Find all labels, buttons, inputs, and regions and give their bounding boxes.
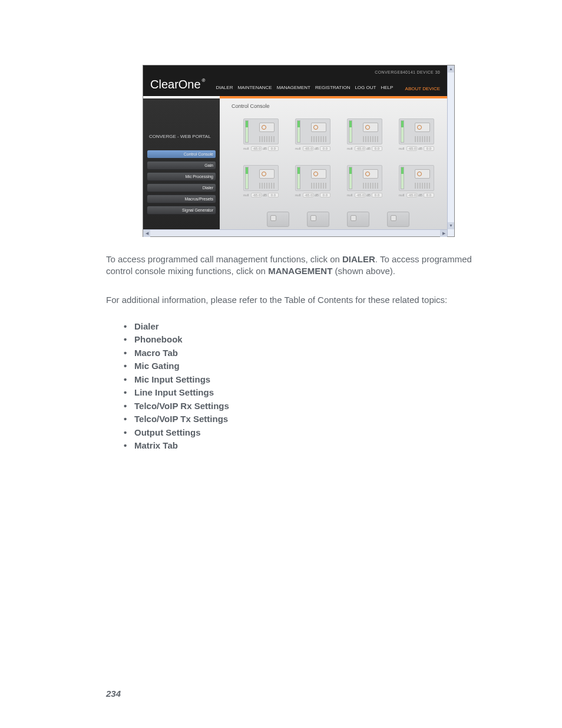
sidebar-item-macros-presets[interactable]: Macros/Presets [147,195,216,203]
level-meter-icon [297,120,300,143]
paragraph: To access programmed call management fun… [106,253,491,278]
vertical-scrollbar[interactable]: ▲ ▼ [447,65,454,236]
scroll-right-icon[interactable]: ▶ [440,230,447,237]
dialer-keyword: DIALER [342,254,375,264]
gain-slider[interactable] [415,183,430,189]
aux-button[interactable] [387,212,409,227]
aux-row [267,212,438,227]
nav-registration[interactable]: REGISTRATION [315,85,350,90]
paragraph: For additional information, please refer… [106,294,491,306]
gain-slider[interactable] [363,136,378,142]
list-item: Macro Tab [124,347,491,360]
sidebar-item-mic-processing[interactable]: Mic Processing [147,172,216,181]
list-item: Output Settings [124,426,491,440]
level-meter-icon [349,167,352,189]
list-item: Mic Gating [124,360,491,373]
aux-button[interactable] [267,212,289,227]
gain-slider[interactable] [259,136,275,142]
mute-button[interactable] [363,123,378,132]
sidebar-item-signal-generator[interactable]: Signal Generator [147,206,216,215]
level-meter-icon [401,120,404,143]
mute-button[interactable] [415,169,430,179]
aux-button[interactable] [347,212,369,227]
gain-slider[interactable] [311,183,326,189]
device-id-label: CONVERGE840141 DEVICE 30 [150,70,440,78]
mute-button[interactable] [311,169,326,179]
level-meter-icon [245,120,249,143]
channel-tile[interactable]: null-65.0dB0.0 [295,118,330,151]
list-item: Telco/VoIP Rx Settings [124,400,491,413]
channel-tile[interactable]: null-65.0dB0.0 [399,118,434,151]
list-item: Mic Input Settings [124,373,491,387]
list-item: Matrix Tab [124,439,491,453]
gain-slider[interactable] [415,136,430,142]
gain-slider[interactable] [363,183,378,189]
gain-slider[interactable] [259,183,275,189]
gain-slider[interactable] [311,136,326,142]
mute-button[interactable] [259,123,275,132]
content-area: Control Console null-65.0dB0.0 null-65.0… [220,98,447,229]
list-item: Phonebook [124,333,491,347]
sidebar-title: CONVERGE - WEB PORTAL [147,134,216,139]
embedded-screenshot: ▲ ▼ CONVERGE840141 DEVICE 30 ClearOne® D… [143,65,455,237]
content-title: Control Console [232,103,438,109]
channel-tile[interactable]: null-65.0dB0.0 [295,165,330,197]
sidebar-item-gain[interactable]: Gain [147,161,216,170]
scroll-down-icon[interactable]: ▼ [448,222,454,229]
level-meter-icon [245,167,249,189]
sidebar-item-control-console[interactable]: Control Console [147,150,216,159]
channel-row: null-65.0dB0.0 null-65.0dB0.0 null-65.0d… [243,118,438,151]
nav-help[interactable]: HELP [381,85,393,90]
sidebar: CONVERGE - WEB PORTAL Control Console Ga… [143,98,220,229]
list-item: Dialer [124,320,491,334]
management-keyword: MANAGEMENT [268,266,332,276]
nav-logout[interactable]: LOG OUT [355,85,376,90]
mute-button[interactable] [259,169,275,179]
channel-tile[interactable]: null-65.0dB0.0 [243,118,279,151]
mute-button[interactable] [415,123,430,132]
channel-tile[interactable]: null-65.0dB0.0 [243,165,279,197]
scroll-left-icon[interactable]: ◀ [143,230,150,237]
related-topics-list: Dialer Phonebook Macro Tab Mic Gating Mi… [106,320,491,453]
nav-dialer[interactable]: DIALER [216,85,233,90]
channel-tile[interactable]: null-65.0dB0.0 [347,165,382,197]
aux-button[interactable] [307,212,329,227]
channel-tile[interactable]: null-65.0dB0.0 [347,118,382,151]
top-nav: DIALER MAINTENANCE MANAGEMENT REGISTRATI… [211,85,399,91]
level-meter-icon [349,120,352,143]
channel-row: null-65.0dB0.0 null-65.0dB0.0 null-65.0d… [243,165,438,197]
nav-about-device[interactable]: ABOUT DEVICE [405,86,440,91]
list-item: Telco/VoIP Tx Settings [124,413,491,426]
mute-button[interactable] [311,123,326,132]
list-item: Line Input Settings [124,386,491,400]
horizontal-scrollbar[interactable]: ◀ ▶ [143,229,447,236]
scroll-up-icon[interactable]: ▲ [448,65,454,73]
level-meter-icon [297,167,300,189]
nav-maintenance[interactable]: MAINTENANCE [237,85,272,90]
sidebar-item-dialer[interactable]: Dialer [147,183,216,192]
channel-tile[interactable]: null-65.0dB0.0 [399,165,434,197]
mute-button[interactable] [363,169,378,179]
nav-management[interactable]: MANAGEMENT [277,85,310,90]
page-number: 234 [106,689,121,699]
app-header: CONVERGE840141 DEVICE 30 ClearOne® DIALE… [143,65,447,96]
brand-logo: ClearOne® [150,78,206,91]
level-meter-icon [401,167,404,189]
